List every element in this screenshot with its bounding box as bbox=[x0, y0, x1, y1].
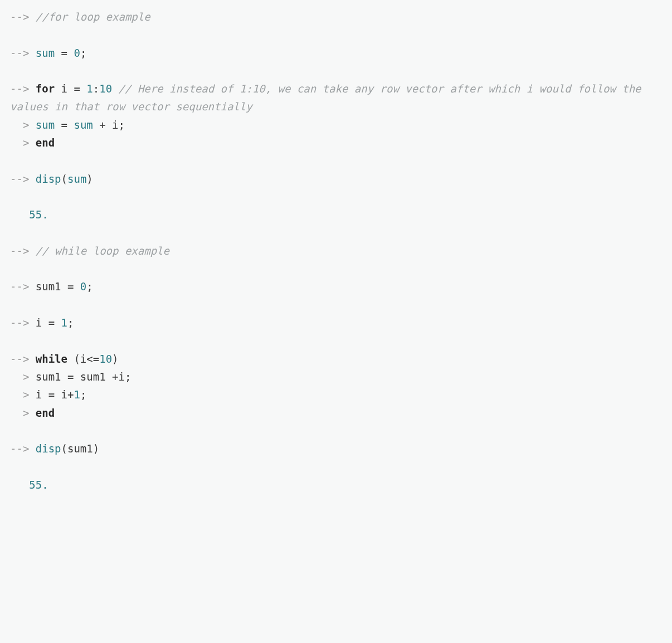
code-number: 0 bbox=[80, 280, 86, 293]
code-text: (sum1) bbox=[61, 442, 100, 455]
code-text: = bbox=[55, 119, 74, 131]
code-text: i = i+ bbox=[36, 388, 74, 401]
output-indent bbox=[10, 479, 29, 491]
code-builtin: sum bbox=[36, 47, 55, 59]
prompt: --> bbox=[10, 442, 29, 455]
code-number: 1 bbox=[61, 316, 67, 329]
code-text: i = bbox=[36, 316, 61, 329]
prompt: --> bbox=[10, 11, 29, 23]
code-text: (i<= bbox=[67, 353, 99, 365]
code-text: ; bbox=[80, 47, 86, 59]
code-comment: //for loop example bbox=[36, 11, 150, 23]
code-text: ; bbox=[86, 280, 92, 293]
prompt: --> bbox=[10, 245, 29, 257]
code-text: ) bbox=[112, 353, 118, 365]
code-text: ; bbox=[67, 316, 74, 329]
code-builtin: sum bbox=[36, 119, 55, 131]
code-keyword: end bbox=[36, 137, 55, 149]
prompt: --> bbox=[10, 316, 29, 329]
code-number: 1 bbox=[74, 388, 80, 401]
code-builtin: sum bbox=[67, 173, 86, 185]
prompt-continuation: > bbox=[10, 137, 29, 149]
prompt: --> bbox=[10, 353, 29, 365]
prompt: --> bbox=[10, 47, 29, 59]
code-text: ( bbox=[61, 173, 67, 185]
code-keyword: for bbox=[36, 82, 55, 95]
code-output: 55. bbox=[29, 479, 48, 491]
code-text: sum1 = sum1 +i; bbox=[36, 371, 132, 383]
code-builtin: disp bbox=[36, 442, 61, 455]
code-keyword: end bbox=[36, 407, 55, 419]
code-text: ) bbox=[86, 173, 92, 185]
code-text: i = bbox=[55, 82, 86, 95]
code-output: 55. bbox=[29, 208, 48, 221]
prompt: --> bbox=[10, 82, 29, 95]
prompt-continuation: > bbox=[10, 371, 29, 383]
code-number: 10 bbox=[99, 82, 112, 95]
code-text: : bbox=[93, 82, 99, 95]
prompt-continuation: > bbox=[10, 407, 29, 419]
code-builtin: sum bbox=[74, 119, 92, 131]
prompt-continuation: > bbox=[10, 119, 29, 131]
code-comment: // while loop example bbox=[36, 245, 169, 257]
code-text bbox=[112, 82, 118, 95]
output-indent bbox=[10, 208, 29, 221]
code-block: --> //for loop example --> sum = 0; --> … bbox=[10, 8, 662, 494]
code-text: + i; bbox=[93, 119, 125, 131]
prompt-continuation: > bbox=[10, 388, 29, 401]
code-number: 1 bbox=[86, 82, 92, 95]
code-builtin: disp bbox=[36, 173, 61, 185]
prompt: --> bbox=[10, 280, 29, 293]
prompt: --> bbox=[10, 173, 29, 185]
code-number: 0 bbox=[74, 47, 80, 59]
code-number: 10 bbox=[99, 353, 112, 365]
code-keyword: while bbox=[36, 353, 67, 365]
code-text: = bbox=[55, 47, 74, 59]
code-text: sum1 = bbox=[36, 280, 80, 293]
code-text: ; bbox=[80, 388, 86, 401]
